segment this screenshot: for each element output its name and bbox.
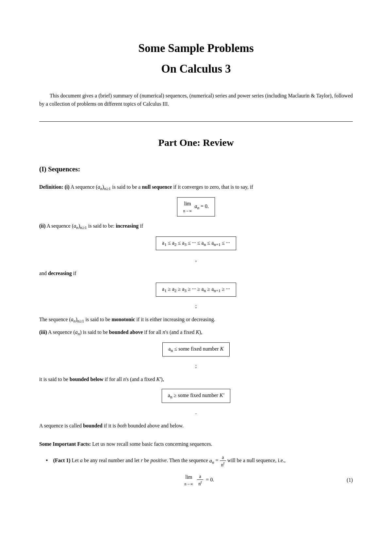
fact-1-label: (Fact 1)	[53, 458, 71, 463]
fact1-lim: lim n→∞ a nr = 0.	[185, 473, 214, 488]
def-iii-text: (iii) A sequence (an) is said to be boun…	[39, 328, 353, 338]
null-sequence-label: null sequence	[142, 184, 172, 190]
bounded-above-box: an ≤ some fixed number K	[162, 342, 230, 356]
null-sequence-box: lim n→∞ an = 0.	[177, 197, 215, 217]
def-ii-label: (ii)	[39, 223, 46, 229]
facts-list: (Fact 1) Let a be any real number and le…	[39, 455, 353, 487]
bounded-below-text: it is said to be bounded below if for al…	[39, 375, 353, 384]
intro-text: This document gives a (brief) summary of…	[39, 92, 353, 108]
bounded-below-label: bounded below	[70, 376, 104, 382]
definition-label: Definition:	[39, 184, 63, 190]
increasing-formula: a1 ≤ a2 ≤ a3 ≤ ··· ≤ an ≤ an+1 ≤ ··· ,	[39, 236, 353, 264]
important-facts-section: Some Important Facts: Let us now recall …	[39, 440, 353, 448]
definition-block: Definition: (i) A sequence (an)n≥1 is sa…	[39, 183, 353, 430]
increasing-box: a1 ≤ a2 ≤ a3 ≤ ··· ≤ an ≤ an+1 ≤ ···	[156, 236, 236, 251]
decreasing-box: a1 ≥ a2 ≥ a3 ≥ ··· ≥ an ≥ an+1 ≥ ···	[156, 283, 236, 297]
fact1-fraction: a nr	[197, 474, 203, 486]
part-one-title: Part One: Review	[39, 135, 353, 151]
monotonic-text: The sequence (an)n≥1 is said to be monot…	[39, 315, 353, 325]
decreasing-label: decreasing	[48, 270, 72, 276]
decreasing-formula: a1 ≥ a2 ≥ a3 ≥ ··· ≥ an ≥ an+1 ≥ ··· ;	[39, 283, 353, 310]
page: Some Sample Problems On Calculus 3 This …	[0, 0, 392, 555]
horizontal-divider	[39, 121, 353, 122]
monotonic-label: monotonic	[112, 317, 135, 322]
and-decreasing-text: and decreasing if	[39, 269, 353, 278]
main-title: Some Sample Problems	[39, 39, 353, 58]
bounded-below-box: an ≥ some fixed number K′	[162, 389, 230, 403]
def-ii-text: (ii) A sequence (an)n≥1 is said to be: i…	[39, 222, 353, 231]
important-facts-intro: Some Important Facts: Let us now recall …	[39, 440, 353, 448]
section-i-title: (I) Sequences:	[39, 164, 353, 174]
equation-number-1: (1)	[347, 476, 353, 484]
def-i-label: (i)	[65, 184, 70, 190]
lim-expr-null: lim n→∞	[183, 199, 192, 214]
main-subtitle: On Calculus 3	[39, 60, 353, 78]
positive-label: positive	[150, 458, 167, 463]
def-i-an: an	[98, 184, 103, 190]
bounded-below-formula: an ≥ some fixed number K′ .	[39, 389, 353, 416]
def-ii-an: an	[74, 223, 78, 229]
bounded-text: A sequence is called bounded if it is bo…	[39, 422, 353, 430]
increasing-label: increasing	[116, 223, 139, 229]
bounded-above-formula: an ≤ some fixed number K ;	[39, 342, 353, 370]
def-i-text: Definition: (i) A sequence (an)n≥1 is sa…	[39, 183, 353, 192]
both-label: both	[117, 423, 126, 428]
null-sequence-formula: lim n→∞ an = 0.	[39, 197, 353, 217]
def-iii-label: (iii)	[39, 329, 47, 335]
bounded-above-label: bounded above	[109, 329, 143, 335]
fact-1-item: (Fact 1) Let a be any real number and le…	[46, 455, 353, 487]
fact1-equation: lim n→∞ a nr = 0. (1)	[46, 473, 353, 488]
bounded-label: bounded	[83, 423, 103, 428]
important-facts-label: Some Important Facts:	[39, 441, 91, 447]
fact1-fraction-inline: a nr	[220, 455, 226, 467]
